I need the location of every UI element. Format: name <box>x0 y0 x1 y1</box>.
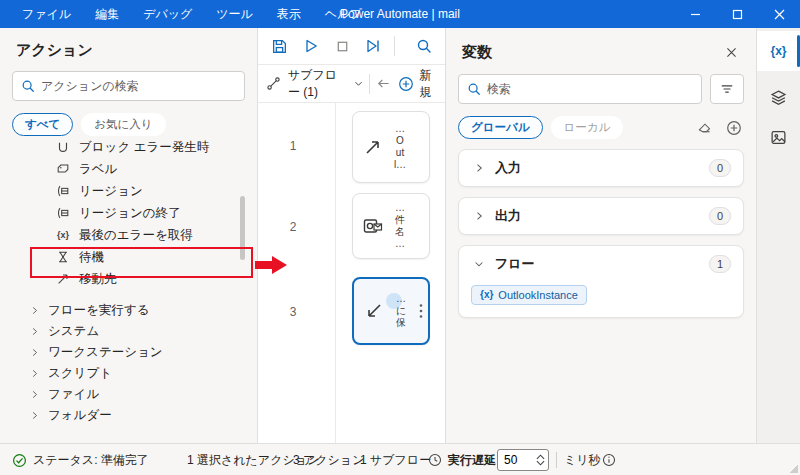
minimize-button[interactable] <box>674 0 716 28</box>
tab-variables[interactable]: {x} <box>757 31 800 71</box>
variables-section-flow[interactable]: フロー 1 {x} OutlookInstance <box>458 245 744 318</box>
menu-debug[interactable]: デバッグ <box>131 0 204 28</box>
flow-step-save-email-selected[interactable]: …に 保 <box>352 277 430 345</box>
action-item-label: リージョンの終了 <box>79 205 180 222</box>
back-arrow-icon <box>376 76 391 91</box>
new-subflow-label[interactable]: 新規 <box>419 67 437 101</box>
run-delay-info-button[interactable] <box>602 444 616 475</box>
side-tab-strip: {x} <box>757 28 800 443</box>
variable-chip-outlookinstance[interactable]: {x} OutlookInstance <box>471 285 587 305</box>
variables-panel-title: 変数 <box>462 43 720 62</box>
search-icon <box>416 38 432 54</box>
add-variable-button[interactable] <box>726 120 742 136</box>
run-delay-stepper[interactable] <box>497 449 549 471</box>
menu-view[interactable]: 表示 <box>265 0 313 28</box>
step-number: 2 <box>258 220 328 234</box>
tab-global-variables[interactable]: グローバル <box>458 116 543 139</box>
resize-grip[interactable] <box>790 465 798 473</box>
info-icon <box>602 453 616 467</box>
actions-search-input[interactable]: アクションの検索 <box>12 71 245 101</box>
chevron-right-icon <box>29 305 40 316</box>
flow-step-launch-outlook[interactable]: …O utl… <box>352 111 430 183</box>
go-back-button[interactable] <box>375 71 394 97</box>
flow-search-button[interactable] <box>413 33 435 59</box>
spinner-down-icon[interactable] <box>536 460 545 466</box>
chevron-right-icon <box>29 347 40 358</box>
category-folder[interactable]: フォルダー <box>0 405 257 426</box>
section-label: 出力 <box>495 207 699 225</box>
status-ok-icon <box>12 453 27 468</box>
chevron-down-icon[interactable] <box>353 78 364 89</box>
menu-edit[interactable]: 編集 <box>83 0 131 28</box>
statusbar-divider <box>556 452 557 468</box>
close-window-button[interactable] <box>758 0 800 28</box>
title-bar: ファイル 編集 デバッグ ツール 表示 ヘルプ Power Automate |… <box>0 0 800 28</box>
category-file[interactable]: ファイル <box>0 384 257 405</box>
chevron-down-icon <box>473 258 485 270</box>
variables-section-input[interactable]: 入力 0 <box>458 149 744 187</box>
run-delay-value-input[interactable] <box>498 453 528 467</box>
maximize-button[interactable] <box>716 0 758 28</box>
section-label: 入力 <box>495 159 699 177</box>
variables-x-icon: {x} <box>770 44 786 58</box>
filter-favorites-pill[interactable]: お気に入り <box>81 113 165 136</box>
tab-images[interactable] <box>757 117 800 157</box>
plus-circle-icon <box>726 120 742 136</box>
toolbar-divider <box>369 74 370 94</box>
more-options-icon[interactable] <box>419 303 423 319</box>
action-item-region[interactable]: リージョン <box>0 180 257 202</box>
chevron-right-icon <box>29 368 40 379</box>
run-next-action-button[interactable] <box>362 33 384 59</box>
region-end-icon <box>55 205 71 221</box>
step-number: 3 <box>258 305 328 319</box>
eraser-icon <box>697 120 712 135</box>
action-item-region-end[interactable]: リージョンの終了 <box>0 202 257 224</box>
action-item-get-last-error[interactable]: {x} 最後のエラーを取得 <box>0 224 257 246</box>
close-variables-button[interactable] <box>720 41 742 63</box>
subflow-dropdown[interactable]: サブフロー (1) <box>288 67 346 101</box>
plus-circle-icon <box>398 76 414 92</box>
minimize-icon <box>690 9 701 20</box>
gutter-divider <box>335 103 336 443</box>
category-label: フローを実行する <box>48 302 149 319</box>
menu-help[interactable]: ヘルプ <box>313 0 374 28</box>
block-error-icon <box>55 139 71 155</box>
menu-file[interactable]: ファイル <box>10 0 83 28</box>
save-button[interactable] <box>268 33 290 59</box>
section-label: フロー <box>495 255 699 273</box>
flow-step-retrieve-email[interactable]: …件 名… <box>352 193 430 259</box>
category-workstation[interactable]: ワークステーション <box>0 342 257 363</box>
menu-tools[interactable]: ツール <box>204 0 265 28</box>
tab-local-variables[interactable]: ローカル <box>551 116 624 139</box>
status-bar: ステータス: 準備完了 1 選択されたアクション 3 アクション 1 サブフロー… <box>0 443 800 475</box>
step-text-fragment: …に 保 <box>392 293 410 329</box>
filter-button[interactable] <box>710 74 744 104</box>
run-delay-unit: ミリ秒 <box>564 452 601 469</box>
run-delay-label: 実行遅延 <box>448 452 496 469</box>
category-system[interactable]: システム <box>0 321 257 342</box>
step-number: 1 <box>258 139 328 153</box>
variables-search-input[interactable]: 検索 <box>458 74 702 104</box>
layers-icon <box>770 89 787 106</box>
launch-arrow-icon <box>363 137 383 157</box>
variables-panel: 変数 検索 グローバル ローカル <box>446 28 757 443</box>
category-label: ファイル <box>48 386 99 403</box>
filter-icon <box>720 82 734 96</box>
run-button[interactable] <box>299 33 321 59</box>
category-run-flow[interactable]: フローを実行する <box>0 300 257 321</box>
filter-all-pill[interactable]: すべて <box>12 113 73 136</box>
stop-button[interactable] <box>331 33 353 59</box>
variable-name: OutlookInstance <box>498 289 578 301</box>
action-item-label: リージョン <box>79 183 143 200</box>
clear-variables-button[interactable] <box>697 120 712 136</box>
variables-section-output[interactable]: 出力 0 <box>458 197 744 235</box>
new-subflow-button[interactable] <box>398 71 414 97</box>
category-scripting[interactable]: スクリプト <box>0 363 257 384</box>
actions-panel-title: アクション <box>0 28 257 71</box>
count-badge: 0 <box>709 207 731 225</box>
action-item-on-block-error[interactable]: ブロック エラー発生時 <box>0 136 257 158</box>
tab-ui-elements[interactable] <box>757 77 800 117</box>
step-icon <box>365 38 381 54</box>
action-item-label-marker[interactable]: ラベル <box>0 158 257 180</box>
actions-categories: フローを実行する システム ワークステーション スクリプト ファイル フォルダー <box>0 300 257 426</box>
